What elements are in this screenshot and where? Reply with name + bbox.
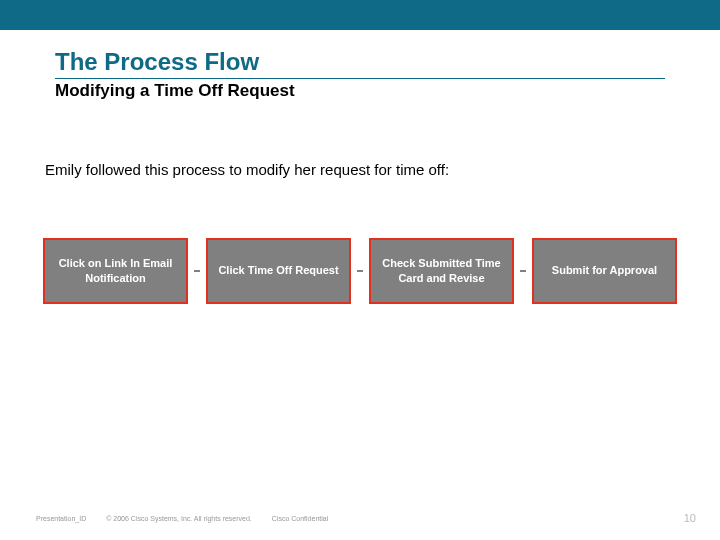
slide-title: The Process Flow <box>55 48 665 79</box>
slide-subtitle: Modifying a Time Off Request <box>55 81 665 101</box>
footer-presentation-id: Presentation_ID <box>36 515 86 522</box>
slide-content: The Process Flow Modifying a Time Off Re… <box>0 30 720 304</box>
slide-footer: Presentation_ID © 2006 Cisco Systems, In… <box>0 512 720 524</box>
flow-step-2: Click Time Off Request <box>206 238 351 304</box>
footer-copyright: © 2006 Cisco Systems, Inc. All rights re… <box>106 515 252 522</box>
intro-text: Emily followed this process to modify he… <box>45 161 665 178</box>
flow-connector <box>520 270 526 272</box>
flow-step-4: Submit for Approval <box>532 238 677 304</box>
flow-connector <box>194 270 200 272</box>
top-accent-bar <box>0 0 720 30</box>
flow-step-1: Click on Link In Email Notification <box>43 238 188 304</box>
flow-step-3: Check Submitted Time Card and Revise <box>369 238 514 304</box>
process-flow-row: Click on Link In Email Notification Clic… <box>35 238 685 304</box>
footer-page-number: 10 <box>684 512 696 524</box>
footer-confidential: Cisco Confidential <box>272 515 328 522</box>
flow-connector <box>357 270 363 272</box>
